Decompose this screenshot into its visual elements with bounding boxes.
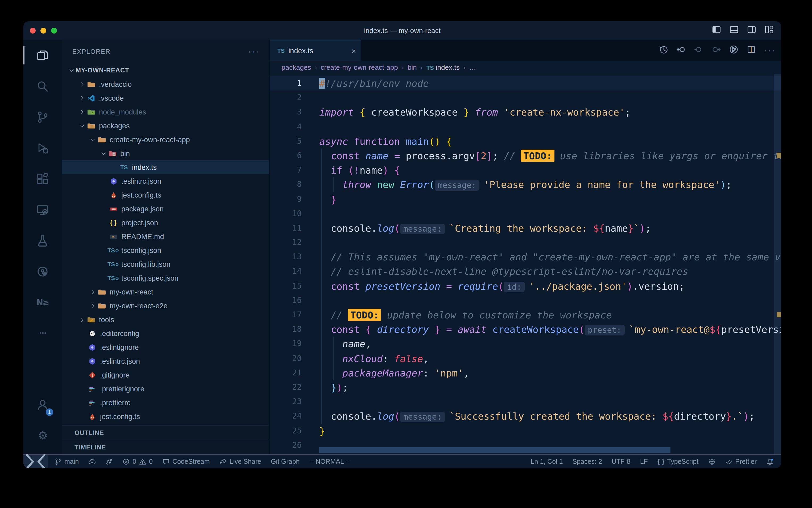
split-editor-icon[interactable] <box>747 44 756 56</box>
code-line-9[interactable]: 9 } <box>270 192 781 206</box>
minimize-window-button[interactable] <box>40 28 46 34</box>
status-cursor-position[interactable]: Ln 1, Col 1 <box>531 458 563 465</box>
tree-item-create-my-own-react-app[interactable]: create-my-own-react-app <box>62 133 269 146</box>
code-line-2[interactable]: 2 <box>270 90 781 105</box>
activity-run-debug-icon[interactable] <box>23 133 62 164</box>
code-line-4[interactable]: 4 <box>270 120 781 134</box>
tree-item-my-own-react-e2e[interactable]: my-own-react-e2e <box>62 299 269 312</box>
code-line-13[interactable]: 13 // This assumes "my-own-react" and "c… <box>270 250 781 264</box>
tree-item-packages[interactable]: packages <box>62 119 269 133</box>
code-line-18[interactable]: 18 const { directory } = await createWor… <box>270 322 781 337</box>
status-octoface[interactable] <box>708 458 715 465</box>
code-line-1[interactable]: 1#!/usr/bin/env node <box>270 76 781 90</box>
code-line-21[interactable]: 21 packageManager: 'npm', <box>270 366 781 380</box>
code-line-7[interactable]: 7 if (!name) { <box>270 163 781 177</box>
code-line-6[interactable]: 6 const name = process.argv[2]; // TODO:… <box>270 149 781 163</box>
tree-item-tsconfig.spec.json[interactable]: TS⚙tsconfig.spec.json <box>62 271 269 285</box>
zoom-window-button[interactable] <box>51 28 57 34</box>
customize-layout-icon[interactable] <box>765 25 774 36</box>
code-line-20[interactable]: 20 nxCloud: false, <box>270 351 781 366</box>
activity-settings-icon[interactable]: ⚙ <box>23 420 62 451</box>
title-bar[interactable]: index.ts — my-own-react <box>23 21 781 40</box>
tree-item-project.json[interactable]: { }project.json <box>62 216 269 229</box>
tree-item-readme.md[interactable]: M↓README.md <box>62 229 269 243</box>
tree-item-jest.config.ts[interactable]: jest.config.ts <box>62 410 269 423</box>
code-line-8[interactable]: 8 throw new Error(message:'Please provid… <box>270 178 781 192</box>
horizontal-scrollbar[interactable] <box>319 447 670 453</box>
status-git-branch[interactable]: main <box>54 458 79 465</box>
breadcrumb-create-my-own-react-app[interactable]: create-my-own-react-app <box>321 64 398 71</box>
code-line-10[interactable]: 10 <box>270 206 781 221</box>
activity-source-control-icon[interactable] <box>23 102 62 133</box>
activity-nx-console-icon[interactable]: N≥ <box>23 287 62 318</box>
activity-extensions-icon[interactable] <box>23 164 62 194</box>
breadcrumb-packages[interactable]: packages <box>282 64 311 71</box>
timeline-section-header[interactable]: TIMELINE <box>62 440 269 454</box>
git-graph-view-icon[interactable] <box>729 44 738 56</box>
code-line-3[interactable]: 3import { createWorkspace } from 'create… <box>270 105 781 120</box>
tree-item-node-modules[interactable]: JSnode_modules <box>62 105 269 119</box>
tree-item-.vscode[interactable]: .vscode <box>62 91 269 105</box>
navigate-forward-icon[interactable] <box>711 44 721 56</box>
activity-explorer-icon[interactable] <box>23 40 62 71</box>
status-vim-mode[interactable]: -- NORMAL -- <box>309 458 350 465</box>
tab-index-ts[interactable]: TS index.ts × <box>270 40 361 61</box>
nav-circle-icon[interactable] <box>694 44 704 56</box>
status-eol[interactable]: LF <box>640 458 648 465</box>
status-codestream[interactable]: CodeStream <box>162 458 210 465</box>
vertical-scrollbar[interactable] <box>774 74 781 454</box>
status-prettier[interactable]: Prettier <box>725 458 757 465</box>
toggle-panel-icon[interactable] <box>729 25 738 36</box>
code-line-17[interactable]: 17 // TODO: update below to customize th… <box>270 308 781 322</box>
status-language-mode[interactable]: { }TypeScript <box>658 458 699 465</box>
tree-item-.prettierignore[interactable]: .prettierignore <box>62 382 269 396</box>
code-line-24[interactable]: 24 console.log(message:`Successfully cre… <box>270 409 781 424</box>
breadcrumb[interactable]: packages›create-my-own-react-app›bin›TS … <box>270 61 781 74</box>
tree-item-tsconfig.lib.json[interactable]: TS⚙tsconfig.lib.json <box>62 257 269 271</box>
tree-item-tsconfig.json[interactable]: TS⚙tsconfig.json <box>62 243 269 257</box>
timeline-history-icon[interactable] <box>659 44 668 56</box>
activity-testing-icon[interactable] <box>23 225 62 256</box>
status-live-share[interactable]: Live Share <box>219 458 261 465</box>
status-indentation[interactable]: Spaces: 2 <box>573 458 602 465</box>
toggle-primary-sidebar-icon[interactable] <box>712 25 721 36</box>
status-compare-changes[interactable] <box>105 458 113 465</box>
close-window-button[interactable] <box>30 28 36 34</box>
tree-item-.prettierrc[interactable]: .prettierrc <box>62 396 269 410</box>
tree-item-tools[interactable]: tools <box>62 312 269 327</box>
code-line-25[interactable]: 25} <box>270 424 781 438</box>
code-line-11[interactable]: 11 console.log(message:`Creating the wor… <box>270 221 781 236</box>
navigate-back-icon[interactable] <box>676 44 686 56</box>
status-encoding[interactable]: UTF-8 <box>612 458 630 465</box>
code-line-12[interactable]: 12 <box>270 236 781 250</box>
activity-gitlens-icon[interactable] <box>23 256 62 287</box>
tree-item-my-own-react[interactable]: my-own-react <box>62 285 269 299</box>
code-line-14[interactable]: 14 // eslint-disable-next-line @typescri… <box>270 264 781 279</box>
tree-item-my-own-react[interactable]: MY-OWN-REACT <box>62 64 269 77</box>
tree-item-jest.config.ts[interactable]: jest.config.ts <box>62 188 269 202</box>
activity-more-views-icon[interactable]: ··· <box>23 318 62 349</box>
code-line-22[interactable]: 22 }); <box>270 380 781 394</box>
tree-item-.verdaccio[interactable]: .verdaccio <box>62 77 269 91</box>
close-tab-icon[interactable]: × <box>351 46 356 55</box>
status-problems[interactable]: 00 <box>123 458 153 465</box>
breadcrumb--[interactable]: … <box>469 64 476 71</box>
tree-item-.eslintrc.json[interactable]: .eslintrc.json <box>62 174 269 188</box>
tree-item-.gitignore[interactable]: .gitignore <box>62 368 269 382</box>
status-publish-changes[interactable] <box>88 458 96 465</box>
tree-item-package.json[interactable]: npmpackage.json <box>62 202 269 216</box>
status-notifications[interactable] <box>766 458 774 465</box>
code-editor[interactable]: 1#!/usr/bin/env node23import { createWor… <box>270 74 781 454</box>
tree-item-index.ts[interactable]: TSindex.ts <box>62 160 269 174</box>
outline-section-header[interactable]: OUTLINE <box>62 425 269 440</box>
code-line-16[interactable]: 16 <box>270 293 781 308</box>
code-line-23[interactable]: 23 <box>270 394 781 409</box>
status-remote-indicator[interactable] <box>23 455 48 468</box>
activity-remote-explorer-icon[interactable] <box>23 194 62 225</box>
code-line-19[interactable]: 19 name, <box>270 337 781 351</box>
more-actions-icon[interactable]: ··· <box>764 46 776 55</box>
code-line-5[interactable]: 5async function main() { <box>270 134 781 149</box>
explorer-more-actions-icon[interactable]: ··· <box>248 47 260 56</box>
activity-search-icon[interactable] <box>23 71 62 102</box>
tree-item-.eslintignore[interactable]: .eslintignore <box>62 340 269 354</box>
